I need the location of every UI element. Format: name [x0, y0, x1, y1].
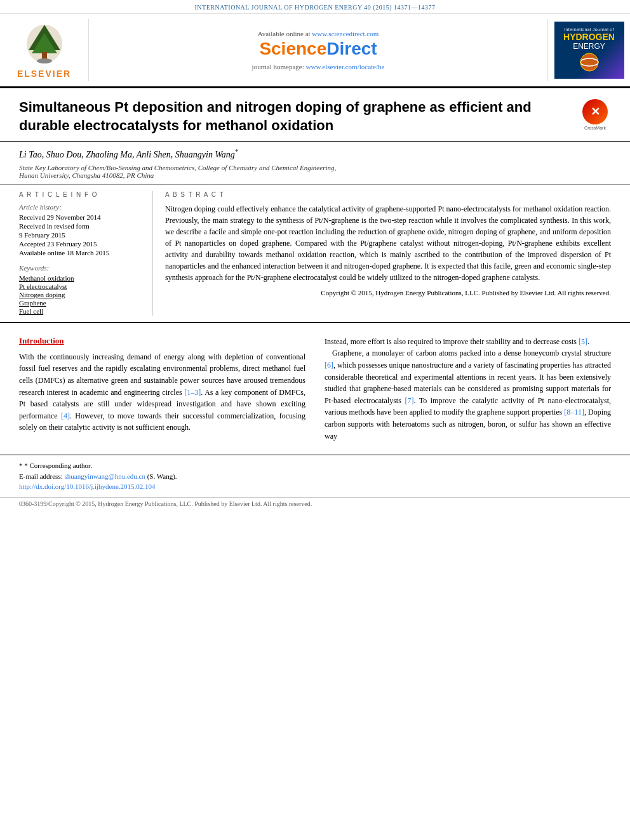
abstract-text: Nitrogen doping could effectively enhanc… — [165, 203, 611, 283]
intro-paragraph-right-1: Instead, more effort is also required to… — [325, 336, 611, 348]
keywords-section: Keywords: Methanol oxidation Pt electroc… — [19, 264, 139, 315]
received-date: Received 29 November 2014 — [19, 213, 139, 221]
footnote-email-link[interactable]: shuangyinwang@hnu.edu.cn — [64, 472, 145, 480]
keyword-nitrogen-doping: Nitrogen doping — [19, 291, 139, 298]
copyright-text: Copyright © 2015, Hydrogen Energy Public… — [165, 288, 611, 298]
keyword-pt-electrocatalyst: Pt electrocatalyst — [19, 283, 139, 290]
corresponding-sup: * — [235, 148, 238, 155]
body-two-col: Introduction With the continuously incre… — [19, 336, 611, 442]
journal-header: ELSEVIER Available online at www.science… — [0, 14, 630, 88]
keywords-label: Keywords: — [19, 264, 139, 272]
affiliation-line1: State Key Laboratory of Chem/Bio-Sensing… — [19, 164, 611, 171]
science-text: Science — [259, 39, 326, 58]
hydrogen-energy-logo: International Journal of HYDROGEN ENERGY — [554, 22, 624, 79]
revised-date: 9 February 2015 — [19, 231, 139, 239]
article-title-section: Simultaneous Pt deposition and nitrogen … — [0, 88, 630, 142]
authors-text: Li Tao, Shuo Dou, Zhaoling Ma, Anli Shen… — [19, 150, 235, 159]
intl-label: International Journal of — [564, 27, 613, 32]
body-left-col: Introduction With the continuously incre… — [19, 336, 305, 442]
footnote-doi-line: http://dx.doi.org/10.1016/j.ijhydene.201… — [19, 481, 611, 492]
hydrogen-energy-logo-box: International Journal of HYDROGEN ENERGY — [547, 19, 630, 81]
abstract-header: A B S T R A C T — [165, 191, 611, 198]
article-info-column: A R T I C L E I N F O Article history: R… — [0, 191, 152, 316]
abstract-column: A B S T R A C T Nitrogen doping could ef… — [152, 191, 630, 316]
received-revised-label: Received in revised form — [19, 222, 139, 230]
elsevier-label: ELSEVIER — [17, 69, 71, 79]
doi-link[interactable]: http://dx.doi.org/10.1016/j.ijhydene.201… — [19, 483, 156, 490]
sciencedirect-logo-text: ScienceDirect — [259, 39, 377, 59]
sciencedirect-url[interactable]: www.sciencedirect.com — [312, 30, 379, 37]
elsevier-logo-area: ELSEVIER — [0, 19, 89, 81]
keyword-graphene: Graphene — [19, 299, 139, 307]
keyword-methanol-oxidation: Methanol oxidation — [19, 274, 139, 282]
intro-paragraph-right-2: Graphene, a monolayer of carbon atoms pa… — [325, 347, 611, 442]
article-info-abstract: A R T I C L E I N F O Article history: R… — [0, 184, 630, 322]
ref-1-3: [1–3] — [184, 388, 201, 397]
homepage-url[interactable]: www.elsevier.com/locate/he — [306, 63, 385, 70]
affiliation-line2: Hunan University, Changsha 410082, PR Ch… — [19, 171, 611, 179]
crossmark-badge[interactable]: ✕ CrossMark — [579, 98, 611, 130]
footnote-email-suffix: (S. Wang). — [147, 472, 177, 480]
crossmark-label: CrossMark — [584, 126, 606, 130]
introduction-title: Introduction — [19, 336, 305, 346]
body-right-col: Instead, more effort is also required to… — [325, 336, 611, 442]
bottom-copyright: 0360-3199/Copyright © 2015, Hydrogen Ene… — [19, 500, 312, 507]
intro-paragraph-left: With the continuously increasing demand … — [19, 351, 305, 434]
journal-homepage-text: journal homepage: www.elsevier.com/locat… — [252, 63, 385, 70]
article-info-header: A R T I C L E I N F O — [19, 191, 139, 198]
keyword-fuel-cell: Fuel cell — [19, 307, 139, 315]
body-content: Introduction With the continuously incre… — [0, 322, 630, 448]
authors-line: Li Tao, Shuo Dou, Zhaoling Ma, Anli Shen… — [0, 142, 630, 163]
ref-6: [6] — [325, 361, 333, 370]
journal-header-bar: INTERNATIONAL JOURNAL OF HYDROGEN ENERGY… — [0, 0, 630, 14]
direct-text: Direct — [326, 39, 377, 58]
history-label: Article history: — [19, 203, 139, 211]
svg-point-5 — [37, 58, 52, 63]
available-date: Available online 18 March 2015 — [19, 249, 139, 257]
ref-5: [5] — [579, 337, 587, 346]
hydrogen-label: HYDROGEN — [563, 32, 615, 42]
footnote-corresponding: * * Corresponding author. — [19, 460, 611, 471]
ref-7: [7] — [405, 396, 413, 405]
footnote-section: * * Corresponding author. E-mail address… — [0, 455, 630, 495]
footnote-email-line: E-mail address: shuangyinwang@hnu.edu.cn… — [19, 471, 611, 482]
ref-8-11: [8–11] — [564, 408, 584, 417]
affiliation-block: State Key Laboratory of Chem/Bio-Sensing… — [0, 163, 630, 184]
energy-sphere-icon — [577, 51, 602, 73]
bottom-bar: 0360-3199/Copyright © 2015, Hydrogen Ene… — [0, 497, 630, 510]
footnote-star: * — [19, 462, 24, 469]
footnote-email-label: E-mail address: — [19, 472, 63, 480]
journal-center-info: Available online at www.sciencedirect.co… — [89, 19, 547, 81]
journal-citation: INTERNATIONAL JOURNAL OF HYDROGEN ENERGY… — [194, 4, 435, 11]
energy-label: ENERGY — [573, 42, 605, 51]
accepted-date: Accepted 23 February 2015 — [19, 240, 139, 248]
available-online-text: Available online at www.sciencedirect.co… — [258, 30, 379, 37]
footnote-corresponding-label: * Corresponding author. — [24, 462, 92, 469]
elsevier-tree-icon — [19, 22, 70, 66]
ref-4: [4] — [61, 411, 70, 420]
crossmark-icon: ✕ — [582, 99, 608, 124]
article-title-row: Simultaneous Pt deposition and nitrogen … — [19, 98, 611, 135]
article-title: Simultaneous Pt deposition and nitrogen … — [19, 98, 579, 135]
